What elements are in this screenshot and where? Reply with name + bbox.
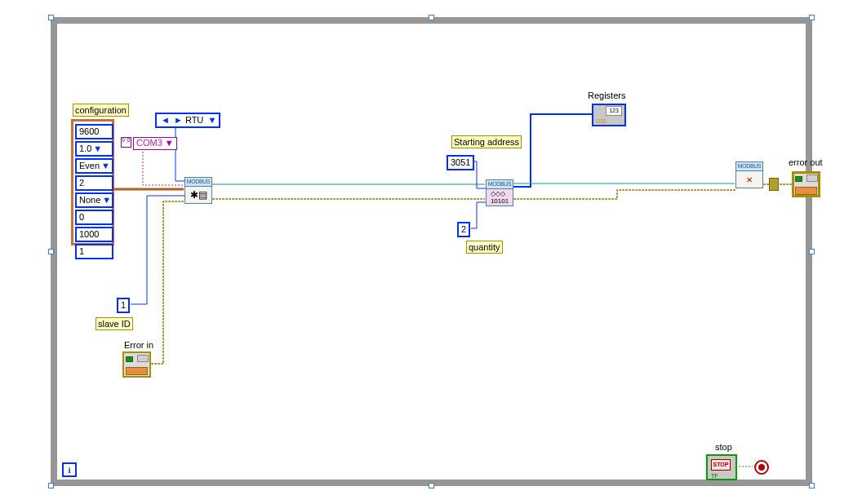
block-diagram-stage: configuration 9600 1.0▼ Even▼ 2 None▼ 0 … <box>0 0 862 504</box>
error-in-cluster[interactable] <box>122 351 151 378</box>
modbus-node-body <box>735 171 763 188</box>
config-rx-timeout[interactable]: 0 <box>75 210 113 225</box>
left-arrow-icon: ◄ <box>161 114 170 126</box>
loop-tunnel-error <box>769 178 779 191</box>
modbus-node-header: MODBUS <box>184 177 212 187</box>
modbus-read-node[interactable]: MODBUS ◇◇◇10101 <box>486 179 513 204</box>
com-port-select[interactable]: COM3 ▼ <box>133 137 177 150</box>
dropdown-icon: ▼ <box>101 160 110 171</box>
loop-handle-tl[interactable] <box>48 15 54 20</box>
array-tag: U16 <box>596 118 607 124</box>
stop-label: stop <box>715 442 732 452</box>
modbus-node-header: MODBUS <box>486 179 513 189</box>
registers-label: Registers <box>588 91 625 100</box>
quantity-input[interactable]: 2 <box>457 222 470 237</box>
config-flow[interactable]: None▼ <box>75 192 113 208</box>
stop-button-terminal[interactable]: STOP TF <box>706 454 737 480</box>
loop-handle-l[interactable] <box>48 249 54 254</box>
config-baud[interactable]: 9600 <box>75 124 113 139</box>
loop-handle-b[interactable] <box>429 483 434 489</box>
config-data-bits[interactable]: 2 <box>75 175 113 191</box>
wires-layer <box>0 0 862 504</box>
dropdown-icon: ▼ <box>102 194 111 206</box>
quantity-label: quantity <box>466 241 503 254</box>
config-flow-value: None <box>79 195 100 205</box>
configuration-cluster[interactable]: 9600 1.0▼ Even▼ 2 None▼ 0 1000 1 <box>71 119 114 245</box>
config-poll-delay[interactable]: 1 <box>75 244 113 259</box>
error-in-label: Error in <box>122 339 155 351</box>
dropdown-icon: ▼ <box>93 143 102 154</box>
stop-tf-tag: TF <box>711 473 718 479</box>
stop-button-face: STOP <box>711 459 731 471</box>
while-loop-condition-icon[interactable] <box>754 460 769 475</box>
modbus-close-node[interactable]: MODBUS <box>735 161 763 186</box>
visa-resource-icon: I/ 0 <box>121 137 131 148</box>
right-arrow-icon: ► <box>174 114 183 126</box>
modbus-node-header: MODBUS <box>735 161 763 171</box>
error-out-cluster[interactable] <box>792 171 820 197</box>
config-parity[interactable]: Even▼ <box>75 158 113 174</box>
loop-handle-br[interactable] <box>809 483 815 489</box>
modbus-init-node[interactable]: MODBUS ✱▤ <box>184 177 212 201</box>
slave-id-label: slave ID <box>96 317 133 330</box>
error-out-label: error out <box>789 157 823 167</box>
config-parity-value: Even <box>79 161 100 170</box>
config-tx-timeout[interactable]: 1000 <box>75 227 113 242</box>
modbus-node-body: ◇◇◇10101 <box>486 189 513 206</box>
loop-handle-tr[interactable] <box>809 15 815 20</box>
slave-id-input[interactable]: 1 <box>117 298 130 313</box>
registers-value: 123 <box>606 106 622 116</box>
starting-address-label: Starting address <box>451 135 522 148</box>
dropdown-icon: ▼ <box>165 138 174 148</box>
config-stop-bits[interactable]: 1.0▼ <box>75 141 113 157</box>
iteration-terminal-icon[interactable]: i <box>62 462 77 477</box>
loop-handle-r[interactable] <box>809 249 815 254</box>
loop-handle-t[interactable] <box>429 15 434 20</box>
mode-select-value: RTU <box>185 115 203 125</box>
com-port-value: COM3 <box>136 138 162 148</box>
mode-select[interactable]: ◄ ► RTU ▼ <box>155 113 220 128</box>
configuration-label: configuration <box>73 104 129 117</box>
loop-handle-bl[interactable] <box>48 483 54 489</box>
modbus-node-body: ✱▤ <box>184 187 212 204</box>
config-stop-bits-value: 1.0 <box>79 144 91 153</box>
starting-address-input[interactable]: 3051 <box>447 155 474 170</box>
registers-indicator[interactable]: 123 U16 <box>592 104 626 126</box>
dropdown-icon: ▼ <box>207 114 216 126</box>
